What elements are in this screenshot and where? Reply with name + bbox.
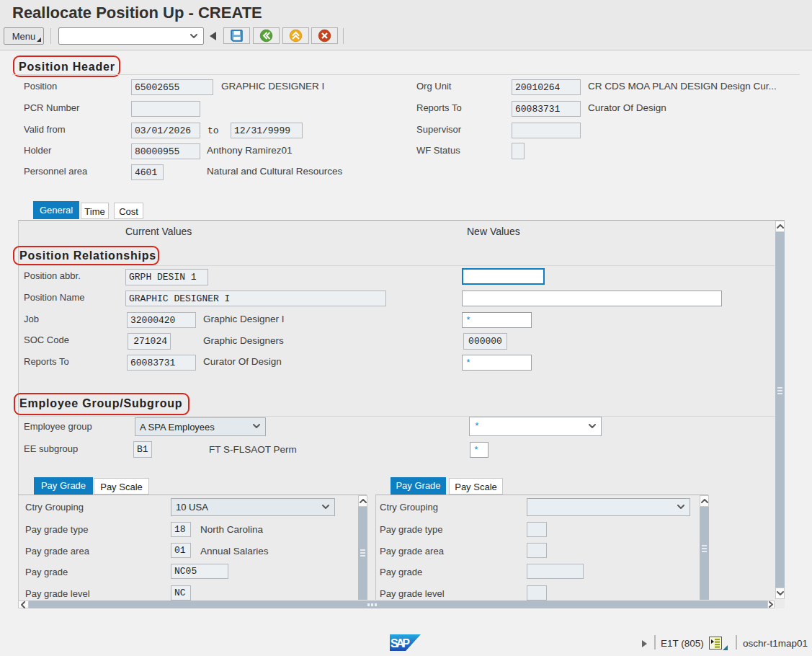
svg-text:SAP: SAP [391,637,410,650]
